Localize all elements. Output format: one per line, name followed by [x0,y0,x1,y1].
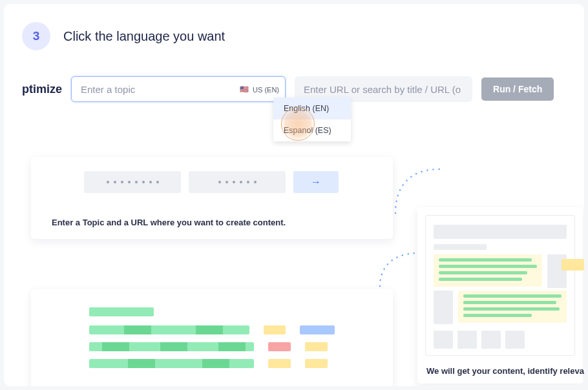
content-line [89,359,335,368]
preview1-caption: Enter a Topic and a URL where you want t… [45,211,379,231]
skeleton-submit-button: → [293,171,339,193]
content-line [89,307,335,316]
us-flag-icon: 🇺🇸 [240,85,249,94]
main-card: 3 Click the language you want ptimize 🇺🇸… [4,4,584,386]
content-line [89,342,335,351]
preview3-caption: We will get your content, identify relev… [425,362,575,376]
step-title: Click the language you want [63,29,225,44]
language-option-english[interactable]: English (EN) [273,98,351,119]
arrow-right-icon: → [311,176,321,188]
language-dropdown: English (EN) Espanol (ES) [273,98,351,141]
preview-card-content-lines [31,289,393,386]
skeleton-input-a [84,171,181,193]
preview1-input-row: → [45,171,379,205]
input-row: ptimize 🇺🇸 US (EN) Run / Fetch [4,50,584,102]
topic-input-wrapper: 🇺🇸 US (EN) [71,76,286,102]
skeleton-input-b [189,171,286,193]
language-chip-text: US (EN) [253,85,279,93]
step-header: 3 Click the language you want [4,4,584,50]
preview-card-document: We will get your content, identify relev… [417,207,583,384]
edge-highlight [562,259,584,271]
left-label: ptimize [22,83,62,96]
thumb-squares [434,331,567,349]
language-selector-chip[interactable]: 🇺🇸 US (EN) [240,85,279,94]
content-line [89,325,335,334]
language-option-espanol[interactable]: Espanol (ES) [273,119,351,141]
preview-card-topic-url: → Enter a Topic and a URL where you want… [31,157,393,239]
step-number-badge: 3 [22,22,50,50]
document-thumb [425,215,575,356]
run-fetch-button[interactable]: Run / Fetch [481,77,554,101]
